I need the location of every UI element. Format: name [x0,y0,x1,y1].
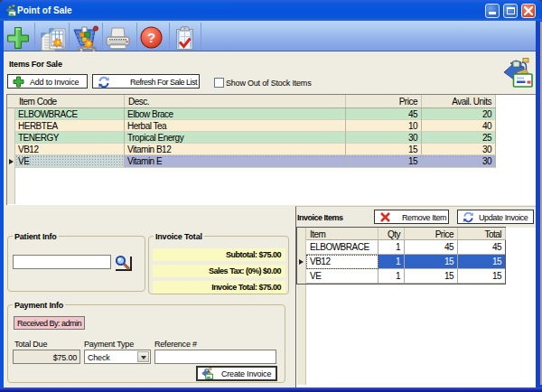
svg-text:?: ? [147,30,155,45]
